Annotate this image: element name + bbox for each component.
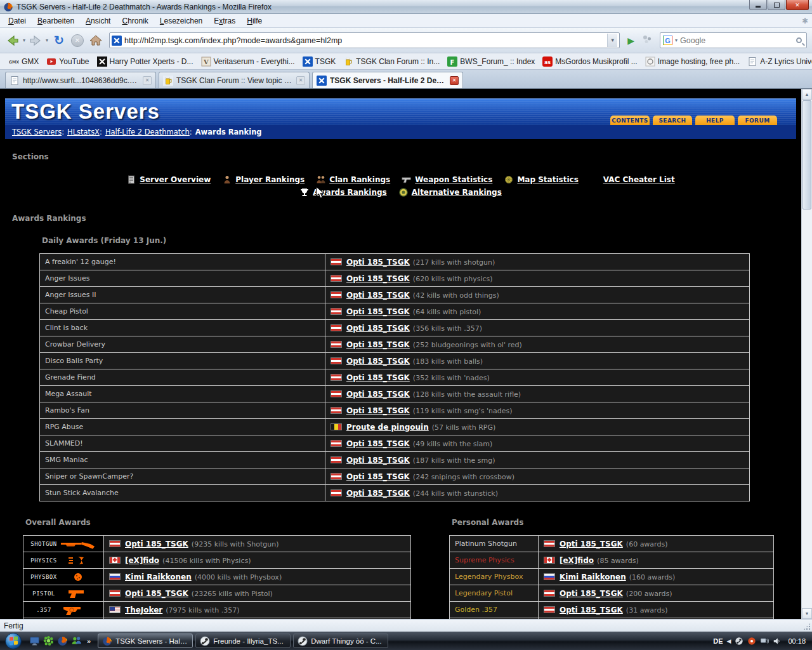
url-input[interactable] bbox=[124, 36, 605, 45]
maximize-button[interactable] bbox=[768, 0, 785, 10]
steam-tray-icon[interactable] bbox=[735, 637, 743, 646]
tab-close-icon[interactable]: ✕ bbox=[450, 76, 459, 85]
bookmark-item[interactable]: Harry Potter Xperts - D... bbox=[93, 55, 197, 68]
network-tray-icon[interactable] bbox=[760, 637, 769, 646]
search-engine-dropdown-icon[interactable]: ▾ bbox=[674, 37, 678, 43]
resize-grip[interactable] bbox=[803, 623, 811, 630]
browser-tab[interactable]: http://www.surft...1048636dd9c.html ✕ bbox=[5, 72, 156, 88]
section-link[interactable]: Player Rankings bbox=[222, 175, 304, 185]
player-link[interactable]: Opti 185_TSGK bbox=[346, 373, 410, 382]
player-link[interactable]: Opti 185_TSGK bbox=[346, 291, 410, 300]
player-link[interactable]: Opti 185_TSGK bbox=[346, 489, 410, 498]
taskbar-button[interactable]: TSGK Servers - Half-... bbox=[98, 633, 193, 648]
forward-button[interactable] bbox=[28, 33, 43, 48]
search-icon[interactable] bbox=[796, 37, 802, 43]
vertical-scrollbar[interactable]: ▲ ▼ bbox=[801, 89, 812, 619]
section-link-label[interactable]: Weapon Statistics bbox=[415, 175, 492, 184]
menu-item[interactable]: Lesezeichen bbox=[154, 15, 208, 27]
home-button[interactable] bbox=[88, 32, 104, 49]
menu-item[interactable]: Datei bbox=[3, 15, 32, 27]
breadcrumb-label[interactable]: Awards Ranking bbox=[195, 128, 262, 136]
site-nav-button[interactable]: HELP bbox=[695, 116, 735, 125]
site-nav-button[interactable]: FORUM bbox=[738, 116, 777, 125]
breadcrumb-label[interactable]: HLstatsX bbox=[67, 128, 100, 136]
quicklaunch-overflow-chevron[interactable]: » bbox=[85, 637, 93, 645]
bookmark-item[interactable]: GMX GMX bbox=[5, 55, 43, 68]
scrollbar-thumb[interactable] bbox=[802, 100, 811, 209]
search-input[interactable] bbox=[680, 36, 794, 45]
player-link[interactable]: Opti 185_TSGK bbox=[346, 274, 410, 283]
menu-item[interactable]: Hilfe bbox=[241, 15, 268, 27]
bookmark-item[interactable]: V Veritaserum - Everythi... bbox=[197, 55, 299, 68]
player-link[interactable]: TheJoker bbox=[125, 606, 162, 614]
go-button[interactable]: ▶ bbox=[625, 36, 637, 46]
back-history-dropdown-icon[interactable]: ▾ bbox=[22, 37, 26, 43]
scroll-up-icon[interactable]: ▲ bbox=[802, 89, 812, 100]
breadcrumb-item[interactable]: Awards Ranking bbox=[195, 128, 265, 136]
breadcrumb-item[interactable]: Half-Life 2 Deathmatch: bbox=[105, 128, 195, 136]
player-link[interactable]: Opti 185_TSGK bbox=[346, 324, 410, 333]
menu-item[interactable]: Extras bbox=[208, 15, 241, 27]
menu-item[interactable]: Chronik bbox=[116, 15, 154, 27]
player-link[interactable]: Opti 185_TSGK bbox=[346, 340, 410, 349]
player-link[interactable]: Proute de pingouin bbox=[346, 423, 429, 432]
player-link[interactable]: Opti 185_TSGK bbox=[346, 456, 410, 465]
firefox-icon[interactable] bbox=[57, 635, 68, 646]
section-link-label[interactable]: Alternative Rankings bbox=[412, 188, 502, 197]
back-button[interactable] bbox=[5, 33, 20, 48]
browser-tab[interactable]: TSGK Clan Forum :: View topic - Pe... ✕ bbox=[159, 72, 310, 88]
language-indicator[interactable]: DE bbox=[713, 637, 723, 645]
player-link[interactable]: Opti 185_TSGK bbox=[346, 390, 410, 399]
player-link[interactable]: Opti 185_TSGK bbox=[560, 540, 623, 548]
section-link[interactable]: Awards Rankings bbox=[299, 187, 387, 197]
section-link-label[interactable]: Map Statistics bbox=[517, 175, 578, 184]
section-link[interactable]: Weapon Statistics bbox=[402, 175, 492, 185]
tab-close-icon[interactable]: ✕ bbox=[143, 76, 152, 85]
close-button[interactable]: ✕ bbox=[786, 0, 809, 10]
taskbar-button[interactable]: Dwarf Thingy òó - C... bbox=[293, 633, 388, 648]
breadcrumb-item[interactable]: HLstatsX: bbox=[67, 128, 105, 136]
player-link[interactable]: [eX]fido bbox=[125, 556, 159, 565]
site-nav-button[interactable]: CONTENTS bbox=[610, 116, 650, 125]
player-link[interactable]: Kimi Raikkonen bbox=[125, 573, 192, 581]
bookmark-item[interactable]: as MsGordos Musikprofil ... bbox=[539, 55, 641, 68]
player-link[interactable]: Opti 185_TSGK bbox=[125, 589, 188, 598]
breadcrumb-label[interactable]: TSGK Servers bbox=[12, 128, 62, 136]
section-link[interactable]: Map Statistics bbox=[504, 175, 578, 185]
player-link[interactable]: Opti 185_TSGK bbox=[346, 258, 410, 267]
tray-collapse-chevron-icon[interactable]: ◀ bbox=[727, 638, 731, 644]
bookmark-item[interactable]: TSGK Clan Forum :: In... bbox=[339, 55, 443, 68]
icq-icon[interactable] bbox=[43, 635, 54, 646]
scroll-down-icon[interactable]: ▼ bbox=[802, 608, 812, 619]
section-link-label[interactable]: Server Overview bbox=[140, 175, 211, 184]
url-dropdown-icon[interactable]: ▼ bbox=[607, 34, 617, 47]
player-link[interactable]: Opti 185_TSGK bbox=[125, 540, 188, 548]
player-link[interactable]: [eX]fido bbox=[560, 556, 594, 565]
player-link[interactable]: Opti 185_TSGK bbox=[560, 606, 623, 614]
player-link[interactable]: Opti 185_TSGK bbox=[560, 589, 623, 598]
bookmark-item[interactable]: YouTube bbox=[43, 55, 93, 68]
bookmark-item[interactable]: TSGK bbox=[299, 55, 340, 68]
bookmark-item[interactable]: Image hosting, free ph... bbox=[641, 55, 743, 68]
volume-tray-icon[interactable] bbox=[773, 637, 782, 646]
taskbar-clock[interactable]: 00:18 bbox=[788, 637, 806, 645]
section-link[interactable]: Server Overview bbox=[126, 175, 211, 185]
alert-tray-icon[interactable] bbox=[747, 637, 756, 646]
menu-item[interactable]: Bearbeiten bbox=[32, 15, 80, 27]
menu-item[interactable]: Ansicht bbox=[80, 15, 116, 27]
taskbar-button[interactable]: Freunde - Illyria_TS... bbox=[195, 633, 291, 648]
player-link[interactable]: Opti 185_TSGK bbox=[346, 357, 410, 366]
section-link[interactable]: Alternative Rankings bbox=[398, 187, 502, 197]
start-button[interactable] bbox=[5, 633, 22, 649]
player-link[interactable]: Opti 185_TSGK bbox=[346, 406, 410, 415]
player-link[interactable]: Opti 185_TSGK bbox=[346, 439, 410, 448]
section-link[interactable]: Clan Rankings bbox=[316, 175, 390, 185]
player-link[interactable]: Kimi Raikkonen bbox=[560, 573, 626, 581]
minimize-button[interactable] bbox=[749, 0, 767, 10]
player-link[interactable]: Opti 185_TSGK bbox=[346, 307, 410, 316]
forward-history-dropdown-icon[interactable]: ▾ bbox=[45, 37, 49, 43]
player-link[interactable]: Opti 185_TSGK bbox=[346, 472, 410, 481]
site-nav-button[interactable]: SEARCH bbox=[653, 116, 692, 125]
bookmark-molecule-icon[interactable] bbox=[641, 34, 653, 47]
stop-button[interactable]: ✕ bbox=[69, 32, 86, 49]
